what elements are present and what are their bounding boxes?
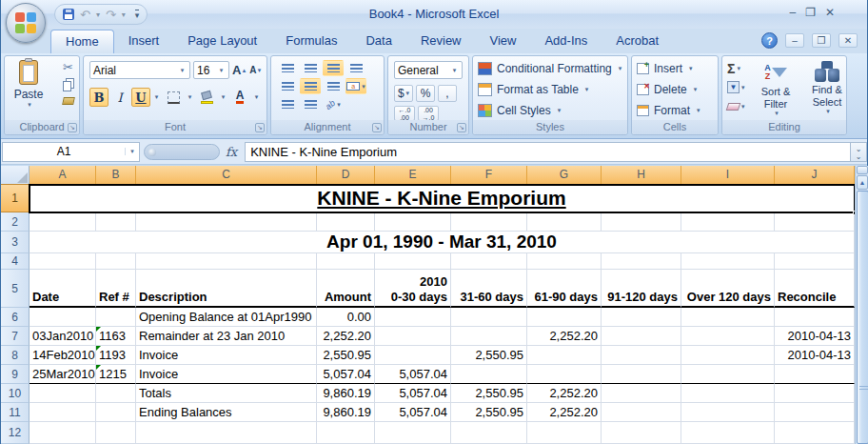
cell-H5[interactable]: 91-120 days: [602, 270, 681, 308]
italic-button[interactable]: I: [110, 88, 129, 107]
underline-button[interactable]: U: [131, 88, 150, 107]
name-box-dropdown-icon[interactable]: ▾: [125, 148, 139, 155]
name-box[interactable]: A1 ▾: [2, 142, 140, 162]
cell-D7[interactable]: 2,252.20: [317, 327, 375, 346]
workbook-minimize-button[interactable]: –: [785, 33, 804, 48]
workbook-restore-button[interactable]: ❐: [812, 33, 831, 48]
cut-button[interactable]: ✂: [63, 60, 74, 74]
cell-B9[interactable]: 1215: [96, 365, 136, 384]
cell-I12[interactable]: [681, 422, 775, 444]
cell-A7[interactable]: 03Jan2010: [30, 327, 96, 346]
cell-I4[interactable]: [681, 253, 775, 270]
column-header-B[interactable]: B: [96, 166, 136, 185]
cell-F5[interactable]: 31-60 days: [451, 270, 527, 308]
column-header-E[interactable]: E: [375, 166, 451, 185]
cell-J9[interactable]: [775, 365, 855, 384]
cell-H10[interactable]: [602, 384, 681, 403]
cell-F9[interactable]: [451, 365, 527, 384]
cell-J8[interactable]: 2010-04-13: [775, 346, 855, 365]
row-header-11[interactable]: 11: [1, 403, 30, 422]
cell-C12[interactable]: [136, 422, 317, 444]
cell-G11[interactable]: 2,252.20: [527, 403, 602, 422]
cell-J2[interactable]: [775, 212, 855, 232]
cell-I2[interactable]: [681, 212, 775, 232]
borders-dropdown-icon[interactable]: ▾: [186, 93, 194, 101]
cell-J5[interactable]: Reconcile: [775, 270, 855, 308]
formula-input[interactable]: KNINE - K-Nine Emporium: [245, 142, 850, 162]
cell-A12[interactable]: [30, 422, 96, 444]
cell-I11[interactable]: [681, 403, 775, 422]
cell-C6[interactable]: Opening Balance at 01Apr1990: [136, 308, 317, 327]
column-header-F[interactable]: F: [451, 166, 527, 185]
align-right-button[interactable]: [323, 78, 344, 94]
column-header-G[interactable]: G: [527, 166, 602, 185]
fill-color-button[interactable]: [196, 88, 217, 107]
help-icon[interactable]: ?: [761, 32, 778, 49]
cell-G4[interactable]: [527, 253, 602, 270]
tab-view[interactable]: View: [476, 30, 531, 53]
tab-review[interactable]: Review: [406, 30, 476, 53]
shrink-font-button[interactable]: A▼: [249, 65, 262, 75]
cell-D11[interactable]: 9,860.19: [317, 403, 375, 422]
tab-add-ins[interactable]: Add-Ins: [530, 30, 602, 53]
row-header-7[interactable]: 7: [1, 327, 30, 346]
cell-A10[interactable]: [30, 384, 96, 403]
row-header-8[interactable]: 8: [1, 346, 30, 365]
cell-I10[interactable]: [681, 384, 775, 403]
column-header-C[interactable]: C: [136, 166, 317, 185]
cell-F8[interactable]: 2,550.95: [451, 346, 527, 365]
align-left-button[interactable]: [277, 78, 298, 94]
wrap-text-button[interactable]: [345, 60, 366, 76]
insert-cells-button[interactable]: Insert: [637, 59, 700, 77]
cell-F10[interactable]: 2,550.95: [451, 384, 527, 403]
split-handle[interactable]: [857, 166, 868, 174]
row-header-1[interactable]: 1: [1, 185, 30, 212]
cell-A8[interactable]: 14Feb2010: [30, 346, 96, 365]
row-header-12[interactable]: 12: [1, 422, 30, 444]
cell-D4[interactable]: [317, 253, 375, 270]
orientation-button[interactable]: ab: [323, 96, 344, 112]
vertical-scrollbar[interactable]: ▲: [855, 166, 868, 444]
cell-I7[interactable]: [681, 327, 775, 346]
conditional-formatting-button[interactable]: Conditional Formatting: [478, 59, 621, 77]
cell-F2[interactable]: [451, 212, 527, 232]
cell-B6[interactable]: [96, 308, 136, 327]
borders-button[interactable]: [163, 88, 184, 107]
cell-G2[interactable]: [527, 212, 602, 232]
underline-dropdown-icon[interactable]: ▾: [152, 93, 161, 101]
cell-B2[interactable]: [96, 212, 136, 232]
cell-A9[interactable]: 25Mar2010: [30, 365, 96, 384]
cell-C2[interactable]: [136, 212, 317, 232]
paste-button[interactable]: Paste: [10, 60, 47, 119]
cell-B11[interactable]: [96, 403, 136, 422]
cell-C5[interactable]: Description: [136, 270, 317, 308]
cell-G6[interactable]: [527, 308, 602, 327]
cell-A2[interactable]: [30, 212, 96, 232]
sort-filter-button[interactable]: AZ Sort & Filter: [751, 61, 800, 117]
number-dialog-launcher[interactable]: ↘: [457, 123, 466, 132]
cell-F7[interactable]: [451, 327, 527, 346]
align-bottom-button[interactable]: [323, 60, 344, 76]
column-header-J[interactable]: J: [775, 166, 855, 185]
cell-A11[interactable]: [30, 403, 96, 422]
font-dialog-launcher[interactable]: ↘: [255, 123, 265, 132]
column-header-I[interactable]: I: [681, 166, 775, 185]
delete-cells-button[interactable]: Delete: [637, 80, 700, 98]
cell-E12[interactable]: [375, 422, 451, 444]
row-header-2[interactable]: 2: [1, 212, 30, 232]
cell-I8[interactable]: [681, 346, 775, 365]
bold-button[interactable]: B: [89, 88, 108, 107]
cell-A4[interactable]: [30, 253, 96, 270]
cell-D9[interactable]: 5,057.04: [317, 365, 375, 384]
cell-E2[interactable]: [375, 212, 451, 232]
cell-G7[interactable]: 2,252.20: [527, 327, 602, 346]
alignment-dialog-launcher[interactable]: ↘: [372, 123, 382, 132]
font-color-button[interactable]: A: [229, 88, 250, 107]
font-name-combo[interactable]: Arial▾: [89, 61, 190, 79]
cell-B8[interactable]: 1193: [96, 346, 136, 365]
cell-D6[interactable]: 0.00: [317, 308, 375, 327]
tab-acrobat[interactable]: Acrobat: [602, 30, 673, 53]
cell-H4[interactable]: [602, 253, 681, 270]
cell-G5[interactable]: 61-90 days: [527, 270, 602, 308]
cell-H6[interactable]: [602, 308, 681, 327]
